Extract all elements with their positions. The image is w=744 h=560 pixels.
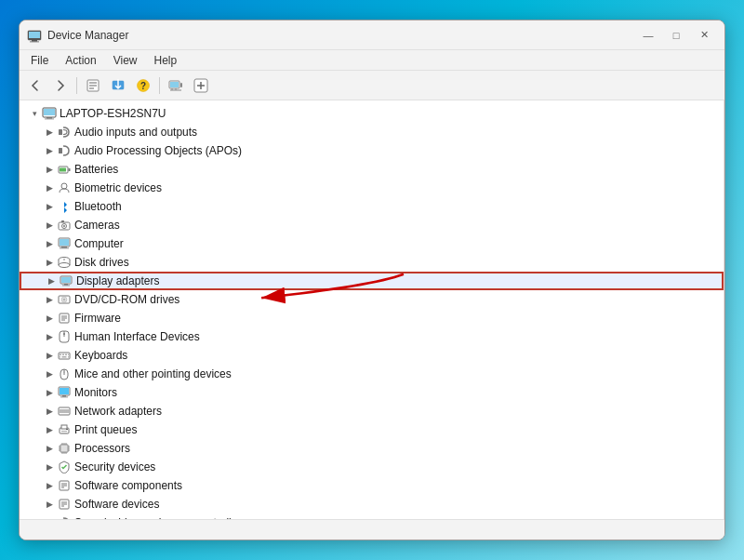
dvd-expand-icon[interactable]: ▶ [42, 290, 57, 309]
display-expand-icon[interactable]: ▶ [44, 272, 59, 290]
apo-label: Audio Processing Objects (APOs) [74, 144, 242, 157]
svg-rect-21 [45, 119, 54, 120]
dvd-label: DVD/CD-ROM drives [74, 293, 179, 306]
disk-expand-icon[interactable]: ▶ [42, 253, 57, 272]
mice-expand-icon[interactable]: ▶ [42, 365, 57, 383]
properties-button[interactable] [81, 74, 105, 97]
keyboards-expand-icon[interactable]: ▶ [42, 346, 57, 365]
maximize-button[interactable]: □ [663, 25, 689, 46]
monitors-expand-icon[interactable]: ▶ [42, 383, 57, 402]
biometric-expand-icon[interactable]: ▶ [42, 179, 57, 197]
computer-icon [42, 106, 57, 121]
tree-item-softcomp[interactable]: ▶ Software components [20, 476, 724, 495]
cameras-label: Cameras [74, 219, 120, 232]
tree-item-security[interactable]: ▶ Security devices [20, 458, 724, 476]
svg-rect-20 [46, 117, 52, 119]
apo-expand-icon[interactable]: ▶ [42, 141, 57, 160]
status-bar [20, 519, 724, 540]
keyboards-label: Keyboards [74, 349, 127, 362]
security-expand-icon[interactable]: ▶ [42, 458, 57, 476]
softcomp-expand-icon[interactable]: ▶ [42, 476, 57, 495]
svg-rect-81 [66, 429, 68, 430]
svg-rect-78 [61, 425, 67, 429]
help-button[interactable]: ? [131, 74, 155, 97]
minimize-button[interactable]: — [635, 25, 661, 46]
toolbar-sep-1 [76, 77, 77, 94]
tree-item-bluetooth[interactable]: ▶ Bluetooth [20, 197, 724, 216]
tree-item-display[interactable]: ▶ Display adapters [20, 272, 724, 290]
content-area: ▾ LAPTOP-ESH2SN7U ▶ [20, 100, 724, 519]
bluetooth-expand-icon[interactable]: ▶ [42, 197, 57, 216]
refresh-button[interactable] [189, 74, 213, 97]
network-expand-icon[interactable]: ▶ [42, 402, 57, 420]
svg-rect-1 [29, 32, 40, 38]
sound-expand-icon[interactable]: ▶ [42, 513, 57, 519]
print-expand-icon[interactable]: ▶ [42, 420, 57, 439]
scan-hardware-button[interactable] [164, 74, 188, 97]
close-button[interactable]: ✕ [691, 25, 717, 46]
tree-item-sound[interactable]: ▶ Sound, video and game controllers [20, 513, 724, 519]
tree-item-firmware[interactable]: ▶ Firmware [20, 309, 724, 327]
disk-label: Disk drives [74, 256, 129, 269]
tree-item-disk[interactable]: ▶ Disk drives [20, 253, 724, 272]
tree-item-audio[interactable]: ▶ Audio inputs and outputs [20, 123, 724, 141]
computer-expand-icon[interactable]: ▶ [42, 234, 57, 253]
tree-item-computer[interactable]: ▶ Computer [20, 234, 724, 253]
processors-label: Processors [74, 442, 130, 455]
tree-item-network[interactable]: ▶ Network adapters [20, 402, 724, 420]
tree-item-cameras[interactable]: ▶ Cameras [20, 216, 724, 234]
computer-label: Computer [74, 237, 124, 250]
network-icon [57, 404, 72, 419]
batteries-expand-icon[interactable]: ▶ [42, 160, 57, 179]
audio-icon [57, 125, 72, 140]
svg-rect-2 [32, 40, 37, 42]
firmware-icon [57, 311, 72, 326]
tree-item-monitors[interactable]: ▶ Monitors [20, 383, 724, 402]
content-wrapper: ▾ LAPTOP-ESH2SN7U ▶ [20, 100, 724, 519]
firmware-expand-icon[interactable]: ▶ [42, 309, 57, 327]
menu-file[interactable]: File [23, 52, 56, 69]
update-driver-button[interactable] [106, 74, 130, 97]
cameras-expand-icon[interactable]: ▶ [42, 216, 57, 234]
tree-item-apo[interactable]: ▶ Audio Processing Objects (APOs) [20, 141, 724, 160]
tree-item-dvd[interactable]: ▶ DVD/CD-ROM drives [20, 290, 724, 309]
svg-rect-43 [61, 277, 71, 283]
softdev-label: Software devices [74, 498, 159, 511]
svg-rect-25 [69, 168, 71, 171]
device-tree[interactable]: ▾ LAPTOP-ESH2SN7U ▶ [20, 100, 724, 519]
tree-item-hid[interactable]: ▶ Human Interface Devices [20, 327, 724, 346]
tree-item-mice[interactable]: ▶ Mice and other pointing devices [20, 365, 724, 383]
svg-rect-62 [62, 356, 67, 358]
menu-help[interactable]: Help [147, 52, 185, 69]
svg-rect-13 [180, 83, 182, 87]
sound-label: Sound, video and game controllers [74, 516, 246, 519]
back-button[interactable] [23, 74, 47, 97]
processors-expand-icon[interactable]: ▶ [42, 439, 57, 458]
forward-button[interactable] [48, 74, 73, 97]
audio-expand-icon[interactable]: ▶ [42, 123, 57, 141]
keyboards-icon [57, 348, 72, 363]
tree-item-processors[interactable]: ▶ [20, 439, 724, 458]
tree-item-biometric[interactable]: ▶ Biometric devices [20, 179, 724, 197]
softdev-expand-icon[interactable]: ▶ [42, 495, 57, 513]
menu-view[interactable]: View [106, 52, 145, 69]
firmware-label: Firmware [74, 312, 121, 325]
tree-root[interactable]: ▾ LAPTOP-ESH2SN7U [20, 104, 724, 123]
tree-item-keyboards[interactable]: ▶ Keyboards [20, 346, 724, 365]
cameras-icon [57, 218, 72, 233]
tree-item-softdev[interactable]: ▶ Software devices [20, 495, 724, 513]
svg-rect-34 [61, 247, 67, 248]
svg-rect-19 [44, 109, 55, 115]
network-label: Network adapters [74, 405, 162, 418]
svg-rect-44 [64, 284, 68, 286]
bluetooth-label: Bluetooth [74, 200, 122, 213]
hid-expand-icon[interactable]: ▶ [42, 327, 57, 346]
tree-item-batteries[interactable]: ▶ Batteries [20, 160, 724, 179]
tree-item-print[interactable]: ▶ Print queues [20, 420, 724, 439]
display-icon [59, 273, 73, 288]
svg-rect-80 [61, 433, 67, 433]
dvd-icon [57, 292, 72, 307]
menu-action[interactable]: Action [58, 52, 103, 69]
monitors-icon [57, 385, 72, 400]
root-expand-icon[interactable]: ▾ [27, 104, 42, 123]
